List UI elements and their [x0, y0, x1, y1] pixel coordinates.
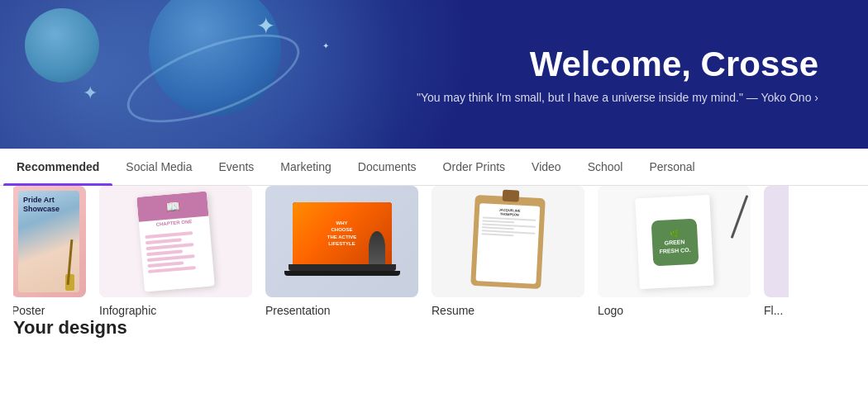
laptop-bottom: [284, 271, 400, 276]
resume-line-6: [481, 233, 513, 236]
card-label-poster: Poster: [13, 304, 45, 317]
tab-recommended[interactable]: Recommended: [3, 149, 112, 185]
infographic-line-7: [148, 266, 197, 273]
laptop-base: [289, 264, 396, 271]
card-label-presentation: Presentation: [265, 304, 331, 317]
card-label-flyer: Fl...: [764, 304, 783, 317]
card-flyer[interactable]: Fl...: [764, 186, 789, 317]
logo-badge-text: GREEN FRESH CO.: [658, 238, 690, 254]
poster-art-text: Pride ArtShowcase: [23, 196, 74, 214]
card-label-logo: Logo: [598, 304, 623, 317]
resume-line-2: [482, 220, 514, 223]
hero-title: Welcome, Crosse: [530, 45, 818, 84]
tab-personal[interactable]: Personal: [636, 149, 708, 185]
your-designs-title: Your designs: [13, 317, 855, 339]
laptop-decoration: WHY CHOOSE THE ACTIVE LIFESTYLE: [284, 202, 400, 281]
clipboard-paper: JACQUELINE THOMPSON: [475, 203, 540, 284]
logo-badge: 🌿 GREEN FRESH CO.: [651, 218, 699, 266]
tab-events[interactable]: Events: [206, 149, 268, 185]
leaf-icon: 🌿: [669, 230, 680, 239]
person-silhouette: [369, 231, 385, 264]
card-poster[interactable]: Pride ArtShowcase Poster: [13, 186, 86, 317]
tab-documents[interactable]: Documents: [345, 149, 430, 185]
tab-school[interactable]: School: [575, 149, 637, 185]
card-label-infographic: Infographic: [99, 304, 156, 317]
clipboard-decoration: JACQUELINE THOMPSON: [470, 194, 546, 288]
resume-line-4: [482, 226, 514, 230]
book-icon: 📖: [165, 199, 180, 213]
card-presentation[interactable]: WHY CHOOSE THE ACTIVE LIFESTYLE Presenta…: [265, 186, 418, 317]
clipboard-clip: [502, 189, 519, 201]
star-decoration-2: ✦: [83, 83, 98, 104]
infographic-line-3: [145, 243, 194, 250]
tab-video[interactable]: Video: [518, 149, 575, 185]
card-resume[interactable]: JACQUELINE THOMPSON Resume: [432, 186, 584, 317]
star-decoration-3: ✦: [322, 41, 329, 50]
tab-social-media[interactable]: Social Media: [112, 149, 205, 185]
infographic-paper: 📖 CHAPTER ONE: [136, 192, 215, 292]
resume-name: JACQUELINE THOMPSON: [483, 206, 537, 217]
infographic-line-1: [145, 231, 193, 239]
planet-small-decoration: [25, 8, 99, 83]
card-logo[interactable]: 🌿 GREEN FRESH CO. Logo: [598, 186, 751, 317]
card-label-resume: Resume: [432, 304, 475, 317]
slide-text: WHY CHOOSE THE ACTIVE LIFESTYLE: [327, 220, 356, 248]
category-nav: Recommended Social Media Events Marketin…: [0, 149, 868, 186]
cards-row: Pride ArtShowcase Poster 📖 CHAPTER ONE: [13, 186, 855, 317]
tab-marketing[interactable]: Marketing: [267, 149, 344, 185]
pen-logo-decoration: [731, 195, 749, 239]
template-cards-section: Pride ArtShowcase Poster 📖 CHAPTER ONE: [0, 186, 868, 317]
tab-order-prints[interactable]: Order Prints: [430, 149, 518, 185]
your-designs-section: Your designs: [0, 317, 868, 339]
card-infographic[interactable]: 📖 CHAPTER ONE: [99, 186, 252, 317]
star-decoration-1: ✦: [256, 12, 275, 40]
logo-paper: 🌿 GREEN FRESH CO.: [635, 194, 714, 289]
infographic-line-5: [147, 254, 196, 262]
hero-banner: ✦ ✦ ✦ Welcome, Crosse "You may think I'm…: [0, 0, 868, 149]
hero-quote[interactable]: "You may think I'm small, but I have a u…: [417, 91, 818, 104]
